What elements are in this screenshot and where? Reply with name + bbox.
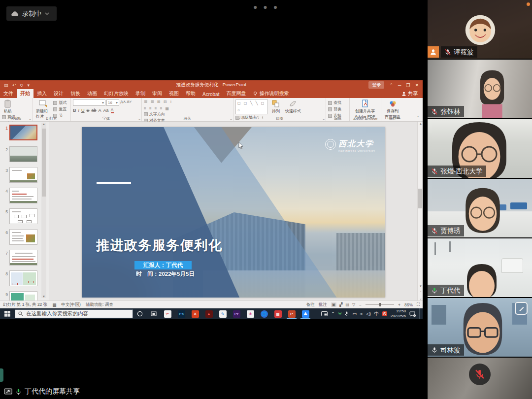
notes-button[interactable]: 备注	[306, 302, 315, 308]
taskbar-app-acrobat[interactable]: ▲	[202, 308, 216, 319]
taskbar-app-wps[interactable]: ✎	[216, 308, 230, 319]
show-desktop-button[interactable]	[419, 308, 421, 319]
font-size-combobox[interactable]: 16▾	[106, 100, 119, 106]
drawing-dialog-launcher[interactable]: ⌐	[323, 118, 325, 121]
char-spacing-button[interactable]: A	[99, 108, 101, 113]
zoom-slider[interactable]	[366, 304, 394, 305]
chevron-down-icon[interactable]	[45, 12, 49, 15]
share-button[interactable]: 共享	[397, 89, 423, 98]
participant-tile-partial[interactable]	[428, 358, 532, 399]
security-shield-icon[interactable]: ⛨	[338, 311, 342, 317]
notification-icon[interactable]: 4	[409, 311, 416, 317]
tab-animations[interactable]: 动画	[84, 89, 100, 98]
shrink-font-button[interactable]: A˅	[127, 100, 132, 106]
scrollbar-thumb[interactable]	[42, 129, 46, 197]
close-button[interactable]: ✕	[415, 83, 419, 88]
alignment-buttons[interactable]: ≡ ≡ ≡ ≡ ▦	[144, 106, 191, 111]
taskbar-app-photoshop[interactable]: Ps	[174, 308, 188, 319]
bullet-buttons[interactable]: ☰ ☰ ⊞ ⊟ ↕	[144, 100, 191, 104]
arrange-button[interactable]: 排列	[270, 100, 281, 114]
font-name-combobox[interactable]: ▾	[73, 100, 105, 106]
tab-transitions[interactable]: 切换	[67, 89, 84, 98]
reading-view-icon[interactable]: ▤	[345, 302, 349, 307]
font-color-button[interactable]: A	[111, 107, 114, 113]
slide-thumbnail-3[interactable]	[9, 167, 37, 183]
tray-mic-icon[interactable]	[345, 311, 349, 317]
cortana-button[interactable]	[133, 308, 147, 319]
participant-tile-zhangman[interactable]: 张熳-西北大学	[428, 119, 532, 178]
ime-language-indicator[interactable]: 中	[374, 311, 379, 317]
tab-review[interactable]: 审阅	[149, 89, 166, 98]
taskbar-app-browser[interactable]: 🌐	[257, 308, 271, 319]
language-status[interactable]: 中文(中国)	[61, 302, 81, 308]
meeting-toolbar-dots[interactable]: ● ● ●	[253, 3, 279, 11]
collapse-ribbon-icon[interactable]: ⌃	[416, 116, 420, 120]
tab-record[interactable]: 录制	[132, 89, 149, 98]
network-icon[interactable]: ≈	[360, 311, 363, 316]
volume-icon[interactable]: ◁)	[366, 311, 371, 316]
recording-badge[interactable]: 录制中	[6, 6, 57, 21]
italic-button[interactable]: I	[78, 108, 80, 113]
task-view-button[interactable]	[147, 308, 161, 319]
change-case-button[interactable]: Aa	[103, 108, 109, 113]
slide-thumbnail-6[interactable]	[9, 229, 37, 245]
battery-icon[interactable]: ▭	[352, 311, 357, 316]
tab-file[interactable]: 文件	[0, 89, 17, 98]
participant-tile-silinbo[interactable]: 司林波	[428, 298, 532, 357]
tab-design[interactable]: 设计	[50, 89, 67, 98]
taskbar-app-xmind[interactable]: ✕	[188, 308, 202, 319]
scrollbar-thumb[interactable]	[418, 189, 422, 208]
meeting-side-handle[interactable]	[0, 368, 3, 382]
previous-slide-icon[interactable]: ⌃	[418, 291, 423, 294]
reset-button[interactable]: 重置	[53, 106, 66, 112]
zoom-slider-thumb[interactable]	[379, 303, 381, 306]
quick-styles-button[interactable]: 快速样式	[284, 100, 302, 114]
shadow-button[interactable]: ab	[92, 108, 97, 113]
taskbar-app-photos[interactable]: ❀	[243, 308, 257, 319]
replace-button[interactable]: 替换	[328, 106, 341, 112]
slide-thumbnail-8[interactable]	[9, 270, 37, 286]
tab-slideshow[interactable]: 幻灯片放映	[100, 89, 132, 98]
paste-button[interactable]: 粘贴	[2, 100, 13, 114]
normal-view-icon[interactable]: ▣	[331, 302, 337, 307]
slide-thumbnail-2[interactable]	[9, 146, 37, 162]
grow-font-button[interactable]: A˄	[120, 100, 126, 106]
date-label[interactable]: 时 间：2022年5月5日	[136, 270, 195, 278]
canvas-scrollbar[interactable]: ▲ ▼ ⌃ ⌄	[417, 122, 423, 300]
taskbar-clock[interactable]: 19:58 2022/5/6	[391, 309, 406, 319]
tab-acrobat[interactable]: Acrobat	[199, 91, 223, 98]
presenter-label[interactable]: 汇报人：丁代代	[134, 261, 192, 269]
tab-home[interactable]: 开始	[17, 89, 33, 98]
tab-view[interactable]: 视图	[166, 89, 182, 98]
slide-thumbnail-1[interactable]	[9, 125, 37, 140]
sign-in-button[interactable]: 登录	[368, 81, 384, 89]
minimize-button[interactable]: ─	[398, 83, 401, 88]
scroll-up-icon[interactable]: ▲	[41, 123, 46, 126]
participant-tile-tanxiaobo[interactable]: 谭筱波	[428, 0, 532, 59]
ribbon-display-options-icon[interactable]: ⌃	[389, 83, 393, 88]
annotation-tool-icon[interactable]	[515, 302, 528, 315]
accessibility-status[interactable]: 辅助功能: 调查	[86, 302, 113, 308]
slide-thumbnail-5[interactable]	[9, 208, 37, 224]
tray-expand-icon[interactable]: ⌃	[331, 311, 335, 316]
font-dialog-launcher[interactable]: ⌐	[138, 118, 140, 121]
slide-sorter-icon[interactable]: ▞	[339, 302, 342, 307]
clipboard-dialog-launcher[interactable]: ⌐	[29, 118, 31, 121]
fit-to-window-icon[interactable]: ⛶	[417, 302, 420, 307]
shape-gallery[interactable]: ◻ ◻ ╲ ╲ ◻ ○ ◻ △ ▷ ◁ { }	[235, 100, 268, 114]
underline-button[interactable]: U	[81, 108, 85, 113]
tab-insert[interactable]: 插入	[33, 89, 50, 98]
scroll-down-icon[interactable]: ▼	[41, 295, 46, 298]
taskbar-search-input[interactable]: 在这里输入你要搜索的内容	[15, 309, 133, 318]
taskbar-app-tencent-meeting[interactable]: ⛰	[299, 308, 312, 319]
start-button[interactable]	[0, 308, 15, 319]
zoom-in-icon[interactable]: +	[398, 302, 400, 307]
participant-tile-zhangyulin[interactable]: 张钰林	[428, 60, 532, 118]
participant-tile-dingdaidai[interactable]: 丁代代	[428, 238, 532, 297]
taskbar-app-premiere[interactable]: Pr	[230, 308, 243, 319]
zoom-out-icon[interactable]: −	[359, 302, 362, 307]
zoom-level[interactable]: 86%	[404, 302, 413, 307]
taskbar-app-capcut[interactable]: ✃	[161, 308, 174, 319]
thumbnail-scrollbar[interactable]: ▲ ▼	[41, 123, 46, 298]
scroll-down-icon[interactable]: ▼	[418, 285, 423, 288]
